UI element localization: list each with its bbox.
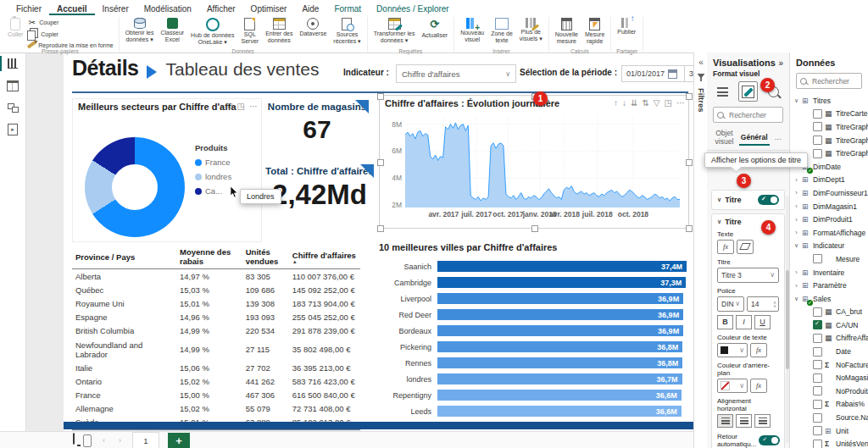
data-search-input[interactable] xyxy=(810,76,858,86)
report-view-button[interactable] xyxy=(0,53,25,75)
field-chiffreaffairesfor[interactable]: ▦ChiffreAffairesFor xyxy=(792,332,868,346)
fields-tab[interactable] xyxy=(713,81,733,102)
field-unitésvendues[interactable]: ΣUnitésVendues xyxy=(792,437,868,448)
field-unit[interactable]: ⊞Unit xyxy=(792,424,868,438)
selection-handle[interactable] xyxy=(531,225,538,232)
expander-icon[interactable]: ∨ xyxy=(793,97,799,104)
field-dimproduit1[interactable]: ›⊞DimProduit1 xyxy=(792,213,868,226)
field-ca-un[interactable]: ▦CA/UN xyxy=(792,318,868,332)
ribbon-tab-ins-rer[interactable]: Insérer xyxy=(95,3,136,15)
more-options-icon[interactable]: ⋯ xyxy=(249,102,258,111)
field-dimdept1[interactable]: ›⊞DimDept1 xyxy=(792,174,868,187)
selection-handle[interactable] xyxy=(686,93,693,100)
expander-icon[interactable]: › xyxy=(793,217,799,223)
store-count-card[interactable]: Nombre de magasins 67 xyxy=(265,100,369,159)
dax-query-view-button[interactable]: ▸ xyxy=(0,119,25,141)
field-noproduit[interactable]: NoProduit xyxy=(792,384,868,398)
more-options-icon[interactable]: ⋯ xyxy=(676,98,685,108)
ribbon-button-classeur[interactable]: Classeur Excel xyxy=(158,17,186,48)
title-style-dropdown[interactable]: Titre 3∨ xyxy=(717,268,779,283)
more-tabs-icon[interactable]: … xyxy=(773,133,784,146)
ribbon-button-sources[interactable]: Sources récentes ▾ xyxy=(331,17,363,48)
field-titregraphique1[interactable]: ▦TitreGraphique1 xyxy=(792,120,868,134)
field-dimmagasin1[interactable]: ›⊞DimMagasin1 xyxy=(792,200,868,213)
table-header-moyenne-des-rabais[interactable]: Moyenne des rabais xyxy=(176,246,242,269)
ribbon-tab-aide[interactable]: Aide xyxy=(294,3,326,15)
donut-chart[interactable] xyxy=(85,137,185,237)
field-inventaire[interactable]: ›⊞Inventaire xyxy=(792,266,868,279)
bar-row-rennes[interactable]: Rennes36,8M xyxy=(376,355,682,371)
drill-mode-icon[interactable]: ⇅ xyxy=(642,98,648,108)
selection-handle[interactable] xyxy=(686,225,693,232)
bar[interactable]: 36,8M xyxy=(437,357,682,369)
table-row[interactable]: Royaume Uni15,01 %139 308183 713 904,00 … xyxy=(72,296,360,310)
mobile-layout-button[interactable] xyxy=(83,434,92,447)
desktop-layout-button[interactable] xyxy=(73,434,75,447)
format-pane-scrollbar[interactable] xyxy=(786,196,789,443)
expander-icon[interactable]: ∨ xyxy=(793,296,799,302)
drill-down-icon[interactable]: ↓ xyxy=(622,98,626,108)
field-dimfournisseur1[interactable]: ›⊞DimFournisseur1 xyxy=(792,186,868,200)
ribbon-button-reproduire-la-mise-en-forme[interactable]: Reproduire la mise en forme xyxy=(27,42,113,48)
ribbon-button-publier[interactable]: Publier xyxy=(615,17,638,48)
ribbon-tab-donn-es-explorer[interactable]: Données / Explorer xyxy=(369,3,457,15)
ribbon-tab-mod-lisation[interactable]: Modélisation xyxy=(136,3,199,15)
table-row[interactable]: British Columbia14,99 %220 534291 878 23… xyxy=(72,324,360,338)
expander-icon[interactable]: › xyxy=(793,190,799,196)
table-header-province-pays[interactable]: Province / Pays xyxy=(72,246,176,269)
model-view-button[interactable] xyxy=(0,97,25,119)
filter-icon[interactable]: ▽ xyxy=(654,98,660,108)
field-checkbox[interactable] xyxy=(813,109,822,119)
word-wrap-toggle[interactable] xyxy=(759,435,780,445)
field-ca-brut[interactable]: ▦CA_brut xyxy=(792,306,868,319)
bar-row-saanich[interactable]: Saanich37,4M xyxy=(376,258,682,274)
field-checkbox[interactable] xyxy=(813,320,822,329)
field-titres[interactable]: ∨⊞Titres xyxy=(792,94,868,108)
collapse-pane-icon[interactable]: » xyxy=(778,58,783,68)
table-header-chiffre-d-affaires[interactable]: Chiffre d'affaires▲ xyxy=(289,246,360,269)
selection-handle[interactable] xyxy=(377,225,384,232)
ribbon-button-plus-de[interactable]: Plus de visuels ▾ xyxy=(517,17,545,48)
font-family-dropdown[interactable]: DIN∨ xyxy=(717,296,744,312)
bar-row-leeds[interactable]: Leeds36,6M xyxy=(376,403,682,419)
ribbon-button-dataverse[interactable]: Dataverse xyxy=(297,17,329,48)
field-mesure[interactable]: Mesure xyxy=(792,252,868,266)
stepper-arrows-icon[interactable]: ∧∨ xyxy=(773,301,776,307)
expander-icon[interactable]: › xyxy=(793,203,799,209)
daily-evolution-visual[interactable]: Chiffre d'affaires : Évolution journaliè… xyxy=(379,95,689,229)
field-titrecarte1[interactable]: ▦TitreCarte1 xyxy=(792,108,868,121)
field-checkbox[interactable] xyxy=(813,347,822,357)
field-checkbox[interactable] xyxy=(813,413,822,423)
bar[interactable]: 36,6M xyxy=(437,390,682,401)
focus-mode-icon[interactable]: ◳ xyxy=(665,98,672,108)
bg-color-fx-button[interactable]: fx xyxy=(750,379,767,393)
field-titregraphique2[interactable]: ▦TitreGraphique2 xyxy=(792,134,868,147)
table-row[interactable]: Ontario15,02 %441 262583 716 423,00 € xyxy=(72,374,360,388)
ribbon-button-coller[interactable]: Coller xyxy=(5,17,25,48)
selection-handle[interactable] xyxy=(686,159,693,166)
ribbon-tab-accueil[interactable]: Accueil xyxy=(49,3,95,15)
data-search[interactable] xyxy=(796,73,862,89)
expander-icon[interactable]: ∨ xyxy=(793,242,799,249)
page-tab-1[interactable]: 1 xyxy=(132,432,159,448)
table-row[interactable]: Newfoundland and Labrador14,99 %27 11535… xyxy=(72,338,360,361)
ribbon-tab-afficher[interactable]: Afficher xyxy=(199,3,243,15)
field-date[interactable]: Date xyxy=(792,345,868,358)
expander-icon[interactable]: › xyxy=(793,283,799,289)
table-row[interactable]: Québec15,03 %109 686145 092 252,00 € xyxy=(72,283,360,296)
ribbon-tab-optimiser[interactable]: Optimiser xyxy=(243,3,295,15)
next-page-arrow[interactable]: › xyxy=(116,436,124,445)
underline-button[interactable]: U xyxy=(754,315,771,329)
province-table-visual[interactable]: Province / PaysMoyenne des rabaisUnités … xyxy=(72,246,360,415)
format-search-input[interactable] xyxy=(727,110,779,120)
field-checkbox[interactable] xyxy=(813,360,822,369)
ribbon-button-couper[interactable]: Couper xyxy=(27,18,113,27)
field-checkbox[interactable] xyxy=(813,440,822,448)
ribbon-button-entrer-des[interactable]: Entrer des données xyxy=(263,17,295,48)
drill-up-icon[interactable]: ↑ xyxy=(614,98,618,108)
filter-icon[interactable]: ▽ xyxy=(226,102,233,111)
field-checkbox[interactable] xyxy=(813,122,822,131)
bold-button[interactable]: B xyxy=(717,315,733,329)
expand-filters-icon[interactable]: « xyxy=(698,58,704,67)
total-revenue-card[interactable]: Total : Chiffre d'affaires 2,42Md xyxy=(265,164,374,232)
